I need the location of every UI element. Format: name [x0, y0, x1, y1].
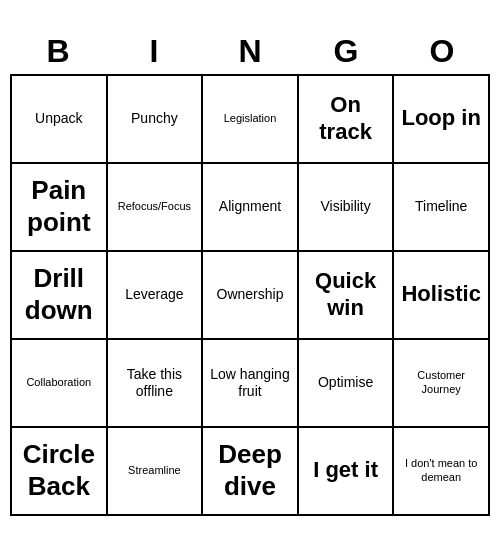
bingo-cell[interactable]: Drill down: [12, 252, 108, 340]
bingo-cell[interactable]: Circle Back: [12, 428, 108, 516]
bingo-cell[interactable]: Deep dive: [203, 428, 299, 516]
bingo-cell[interactable]: Refocus/Focus: [108, 164, 204, 252]
header-b: B: [10, 29, 106, 74]
bingo-cell[interactable]: Ownership: [203, 252, 299, 340]
header-n: N: [202, 29, 298, 74]
bingo-cell[interactable]: Leverage: [108, 252, 204, 340]
header-i: I: [106, 29, 202, 74]
bingo-cell[interactable]: Optimise: [299, 340, 395, 428]
bingo-cell[interactable]: Legislation: [203, 76, 299, 164]
bingo-cell[interactable]: I don't mean to demean: [394, 428, 490, 516]
bingo-cell[interactable]: Take this offline: [108, 340, 204, 428]
bingo-cell[interactable]: Pain point: [12, 164, 108, 252]
bingo-cell[interactable]: On track: [299, 76, 395, 164]
bingo-cell[interactable]: Quick win: [299, 252, 395, 340]
bingo-cell[interactable]: Loop in: [394, 76, 490, 164]
header-o: O: [394, 29, 490, 74]
bingo-header: B I N G O: [10, 29, 490, 74]
bingo-cell[interactable]: Timeline: [394, 164, 490, 252]
bingo-cell[interactable]: Collaboration: [12, 340, 108, 428]
bingo-cell[interactable]: Streamline: [108, 428, 204, 516]
bingo-cell[interactable]: Punchy: [108, 76, 204, 164]
bingo-cell[interactable]: Customer Journey: [394, 340, 490, 428]
bingo-cell[interactable]: Unpack: [12, 76, 108, 164]
bingo-cell[interactable]: Holistic: [394, 252, 490, 340]
header-g: G: [298, 29, 394, 74]
bingo-grid: UnpackPunchyLegislationOn trackLoop inPa…: [10, 74, 490, 516]
bingo-cell[interactable]: I get it: [299, 428, 395, 516]
bingo-cell[interactable]: Alignment: [203, 164, 299, 252]
bingo-cell[interactable]: Visibility: [299, 164, 395, 252]
bingo-cell[interactable]: Low hanging fruit: [203, 340, 299, 428]
bingo-card: B I N G O UnpackPunchyLegislationOn trac…: [10, 29, 490, 516]
